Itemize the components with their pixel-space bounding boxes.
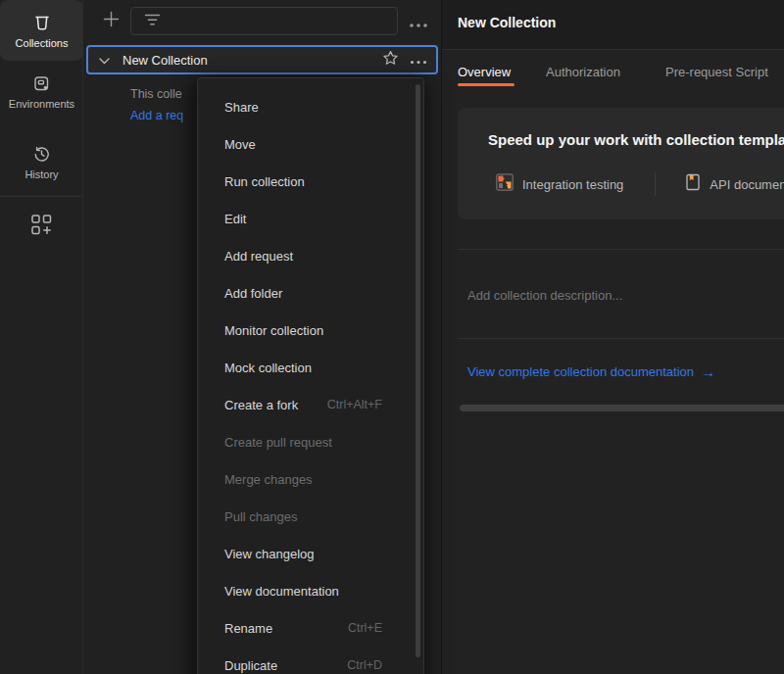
sidebar-item-label: History (24, 168, 58, 180)
sidebar-item-history[interactable]: History (0, 135, 83, 190)
menu-item-edit[interactable]: Edit (198, 200, 423, 237)
grid-plus-icon (30, 222, 53, 239)
add-request-link[interactable]: Add a req (130, 109, 183, 122)
sidebar-item-environments[interactable]: Environments (0, 65, 83, 120)
three-dots-icon (409, 15, 428, 31)
template-api-documentation[interactable]: API documentation (685, 173, 784, 195)
search-filter-input[interactable] (130, 7, 398, 35)
history-icon (32, 145, 51, 164)
postman-app-window: Collections Environments History (0, 0, 784, 674)
menu-item-run-collection[interactable]: Run collection (198, 163, 423, 200)
sidebar-item-label: Environments (9, 98, 74, 110)
empty-collection-text: This colle (130, 87, 182, 101)
menu-item-duplicate[interactable]: DuplicateCtrl+D (198, 647, 423, 674)
menu-item-create-pull-request[interactable]: Create pull request (198, 423, 423, 460)
menu-item-monitor-collection[interactable]: Monitor collection (198, 312, 423, 349)
tab-authorization[interactable]: Authorization (546, 65, 620, 79)
section-divider (458, 338, 784, 339)
sidebar-item-label: Collections (16, 37, 69, 49)
context-menu-scrollbar[interactable] (416, 84, 420, 657)
template-label: Integration testing (522, 177, 623, 192)
collection-name: New Collection (122, 53, 382, 68)
menu-item-add-request[interactable]: Add request (198, 237, 423, 274)
collections-icon (32, 13, 52, 32)
tab-pre-request-script[interactable]: Pre-request Script (665, 65, 768, 79)
sidebar-item-collections[interactable]: Collections (0, 0, 83, 61)
menu-item-view-documentation[interactable]: View documentation (198, 572, 423, 609)
collection-overview-panel: New Collection Overview Authorization Pr… (441, 0, 784, 674)
shortcut-label: Ctrl+Alt+F (327, 398, 382, 411)
plus-icon (103, 11, 120, 31)
filter-icon (144, 13, 161, 30)
menu-item-share[interactable]: Share (198, 88, 423, 125)
section-divider (458, 249, 784, 250)
chevron-down-icon[interactable] (99, 51, 110, 69)
pane-more-actions-button[interactable] (409, 15, 428, 32)
collection-more-actions-button[interactable] (410, 51, 427, 69)
template-label: API documentation (710, 177, 784, 192)
banner-title: Speed up your work with collection templ… (488, 131, 784, 148)
collection-description-field[interactable]: Add collection description... (467, 288, 622, 303)
menu-item-mock-collection[interactable]: Mock collection (198, 349, 423, 386)
shortcut-label: Ctrl+E (348, 621, 382, 635)
menu-item-add-folder[interactable]: Add folder (198, 274, 423, 312)
menu-item-merge-changes[interactable]: Merge changes (198, 460, 423, 498)
horizontal-scrollbar[interactable] (460, 405, 784, 411)
menu-item-rename[interactable]: RenameCtrl+E (198, 609, 423, 647)
tab-overview[interactable]: Overview (458, 65, 511, 79)
template-options-row: Integration testing API documentation (496, 172, 784, 196)
vertical-divider (655, 172, 656, 196)
menu-item-view-changelog[interactable]: View changelog (198, 535, 423, 572)
puzzle-icon (496, 173, 514, 195)
collection-row-new-collection[interactable]: New Collection (86, 45, 438, 74)
menu-item-move[interactable]: Move (198, 125, 423, 163)
active-tab-underline (458, 83, 514, 86)
sidebar-divider (0, 196, 83, 197)
panel-header: New Collection (442, 0, 784, 50)
activity-sidebar: Collections Environments History (0, 0, 83, 674)
book-icon (685, 173, 701, 195)
star-icon[interactable] (382, 50, 399, 70)
page-title: New Collection (458, 15, 556, 30)
template-integration-testing[interactable]: Integration testing (496, 173, 623, 195)
new-collection-button[interactable] (99, 9, 122, 32)
arrow-right-icon: → (701, 363, 715, 380)
menu-item-pull-changes[interactable]: Pull changes (198, 498, 423, 535)
menu-item-create-a-fork[interactable]: Create a forkCtrl+Alt+F (198, 386, 423, 423)
collection-context-menu: Share Move Run collection Edit Add reque… (197, 77, 424, 674)
shortcut-label: Ctrl+D (347, 658, 382, 672)
add-workspace-element-button[interactable] (30, 214, 53, 240)
templates-banner: Speed up your work with collection templ… (458, 108, 784, 219)
view-documentation-link[interactable]: View complete collection documentation → (467, 363, 715, 380)
environments-icon (32, 74, 51, 93)
